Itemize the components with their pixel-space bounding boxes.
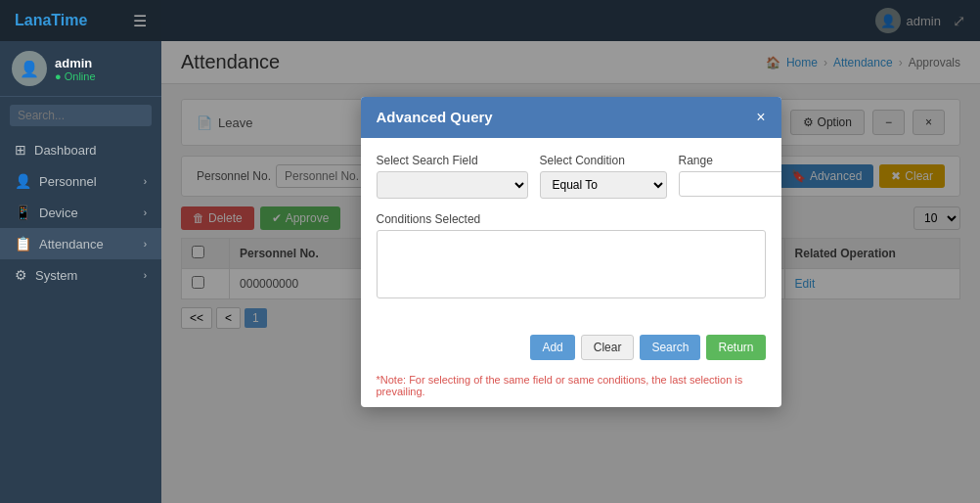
condition-select[interactable]: Equal To Not Equal To Greater Than Less … [540, 171, 667, 199]
advanced-query-modal: Advanced Query × Select Search Field Sel… [361, 97, 781, 407]
conditions-section: Conditions Selected [377, 212, 766, 301]
main-content: 👤 admin ⤢ Attendance 🏠 Home › Attendance… [161, 0, 980, 503]
sidebar-search[interactable] [0, 97, 161, 134]
sidebar-item-personnel[interactable]: 👤 Personnel › [0, 165, 161, 197]
app-logo: LanaTime [15, 12, 87, 29]
sidebar-nav: ⊞ Dashboard 👤 Personnel › 📱 Device › 📋 A… [0, 134, 161, 503]
conditions-textarea[interactable] [377, 230, 766, 298]
sidebar-item-attendance[interactable]: 📋 Attendance › [0, 228, 161, 259]
username: admin [55, 56, 96, 70]
chevron-right-icon: › [144, 270, 147, 281]
sidebar-item-dashboard[interactable]: ⊞ Dashboard [0, 134, 161, 165]
search-field-label: Select Search Field [377, 154, 528, 167]
sidebar-user: 👤 admin ● Online [0, 41, 161, 97]
modal-overlay: Advanced Query × Select Search Field Sel… [161, 0, 980, 503]
chevron-right-icon: › [144, 239, 147, 250]
modal-add-button[interactable]: Add [530, 335, 574, 360]
modal-close-button[interactable]: × [756, 109, 765, 126]
sidebar-search-input[interactable] [10, 105, 152, 126]
device-icon: 📱 [15, 205, 31, 220]
modal-footer: Add Clear Search Return [361, 329, 781, 374]
modal-body: Select Search Field Select Condition Equ… [361, 138, 781, 329]
modal-title: Advanced Query [377, 109, 493, 125]
search-field-select[interactable] [377, 171, 528, 199]
range-group: Range [679, 154, 781, 199]
modal-clear-button[interactable]: Clear [581, 335, 635, 360]
personnel-icon: 👤 [15, 173, 31, 189]
attendance-icon: 📋 [15, 236, 31, 252]
sidebar-item-system[interactable]: ⚙ System › [0, 259, 161, 291]
hamburger-icon[interactable]: ☰ [133, 12, 147, 30]
modal-form-row: Select Search Field Select Condition Equ… [377, 154, 766, 199]
sidebar: LanaTime ☰ 👤 admin ● Online ⊞ Dashboard … [0, 0, 161, 503]
dashboard-icon: ⊞ [15, 142, 26, 158]
range-label: Range [679, 154, 781, 167]
range-input[interactable] [679, 171, 781, 197]
condition-group: Select Condition Equal To Not Equal To G… [540, 154, 667, 199]
search-field-group: Select Search Field [377, 154, 528, 199]
modal-note: *Note: For selecting of the same field o… [361, 374, 781, 407]
modal-search-button[interactable]: Search [640, 335, 700, 360]
sidebar-header: LanaTime ☰ [0, 0, 161, 41]
chevron-right-icon: › [144, 176, 147, 187]
modal-return-button[interactable]: Return [706, 335, 765, 360]
avatar: 👤 [12, 51, 47, 86]
conditions-label: Conditions Selected [377, 212, 766, 226]
modal-header: Advanced Query × [361, 97, 781, 138]
sidebar-item-device[interactable]: 📱 Device › [0, 197, 161, 228]
user-status: ● Online [55, 70, 96, 82]
system-icon: ⚙ [15, 267, 27, 283]
chevron-right-icon: › [144, 207, 147, 218]
condition-label: Select Condition [540, 154, 667, 167]
